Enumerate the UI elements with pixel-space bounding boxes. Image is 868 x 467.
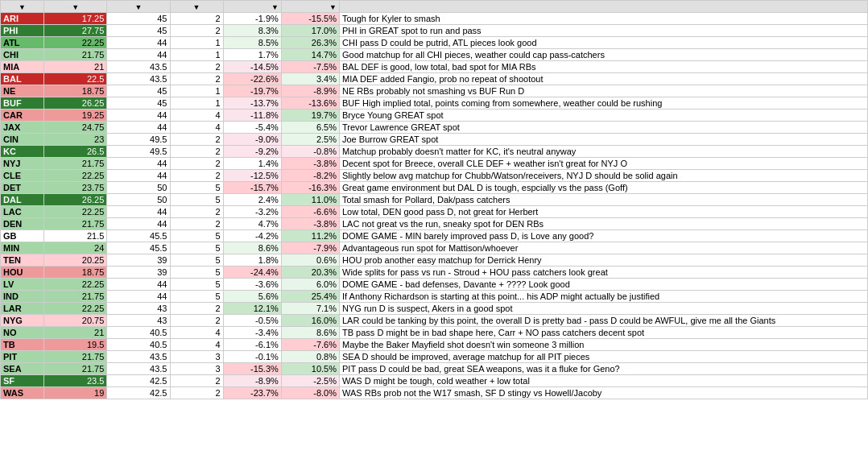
- weather-cell: 1: [170, 97, 223, 110]
- weather-cell: 2: [170, 25, 223, 37]
- ppdvoa-cell: 3.4%: [281, 73, 339, 85]
- prdvoa-cell: -14.5%: [223, 61, 281, 73]
- ppdvoa-header[interactable]: ▼: [281, 1, 339, 13]
- game-total-cell: 42.5: [107, 387, 170, 399]
- team-total-cell: 22.25: [44, 279, 107, 291]
- team-total-cell: 26.5: [44, 146, 107, 158]
- game-total-cell: 43: [107, 303, 170, 315]
- team-cell: PHI: [1, 25, 44, 37]
- takeaway-cell: LAC not great vs the run, sneaky spot fo…: [340, 218, 868, 230]
- weather-cell: 2: [170, 375, 223, 387]
- takeaway-cell: Tough for Kyler to smash: [340, 13, 868, 25]
- team-cell: MIA: [1, 61, 44, 73]
- weather-cell: 3: [170, 363, 223, 375]
- team-total-cell: 21.75: [44, 158, 107, 170]
- prdvoa-cell: 5.6%: [223, 291, 281, 303]
- team-total-cell: 26.25: [44, 194, 107, 206]
- team-cell: IND: [1, 291, 44, 303]
- takeaway-cell: Matchup probably doesn't matter for KC, …: [340, 146, 868, 158]
- table-row: LAR 22.25 43 2 12.1% 7.1% NYG run D is s…: [1, 303, 868, 315]
- weather-cell: 4: [170, 327, 223, 339]
- team-total-cell: 22.25: [44, 206, 107, 218]
- team-total-cell: 19: [44, 387, 107, 399]
- team-header[interactable]: ▼: [1, 1, 44, 13]
- table-row: IND 21.75 44 5 5.6% 25.4% If Anthony Ric…: [1, 291, 868, 303]
- weather-cell: 2: [170, 146, 223, 158]
- table-row: LAC 22.25 44 2 -3.2% -6.6% Low total, DE…: [1, 206, 868, 218]
- prdvoa-cell: -3.4%: [223, 327, 281, 339]
- ppdvoa-cell: -7.9%: [281, 242, 339, 254]
- ppdvoa-cell: 8.6%: [281, 327, 339, 339]
- ppdvoa-cell: -3.8%: [281, 218, 339, 230]
- weather-header[interactable]: ▼: [170, 1, 223, 13]
- ppdvoa-cell: 6.5%: [281, 122, 339, 134]
- team-total-cell: 21: [44, 61, 107, 73]
- game-total-cell: 40.5: [107, 327, 170, 339]
- prdvoa-cell: 8.6%: [223, 242, 281, 254]
- takeaway-cell: BAL DEF is good, low total, bad spot for…: [340, 61, 868, 73]
- table-row: SEA 21.75 43.5 3 -15.3% 10.5% PIT pass D…: [1, 363, 868, 375]
- game-total-cell: 44: [107, 279, 170, 291]
- ppdvoa-cell: 25.4%: [281, 291, 339, 303]
- actionable-header: [340, 1, 868, 13]
- table-row: CAR 19.25 44 4 -11.8% 19.7% Bryce Young …: [1, 110, 868, 122]
- table-row: PHI 27.75 45 2 8.3% 17.0% PHI in GREAT s…: [1, 25, 868, 37]
- team-cell: NYJ: [1, 158, 44, 170]
- game-total-cell: 40.5: [107, 339, 170, 351]
- prdvoa-header[interactable]: ▼: [223, 1, 281, 13]
- game-total-cell: 43.5: [107, 363, 170, 375]
- weather-cell: 3: [170, 351, 223, 363]
- team-total-cell: 24.75: [44, 122, 107, 134]
- table-row: KC 26.5 49.5 2 -9.2% -0.8% Matchup proba…: [1, 146, 868, 158]
- takeaway-cell: CHI pass D could be putrid, ATL pieces l…: [340, 37, 868, 49]
- ppdvoa-cell: -7.5%: [281, 61, 339, 73]
- takeaway-cell: LAR could be tanking by this point, the …: [340, 315, 868, 327]
- weather-cell: 2: [170, 13, 223, 25]
- team-cell: DET: [1, 182, 44, 194]
- weather-cell: 2: [170, 303, 223, 315]
- team-total-cell: 22.25: [44, 170, 107, 182]
- prdvoa-cell: -0.1%: [223, 351, 281, 363]
- team-cell: LAR: [1, 303, 44, 315]
- weather-cell: 1: [170, 37, 223, 49]
- team-total-header[interactable]: ▼: [44, 1, 107, 13]
- ppdvoa-cell: 19.7%: [281, 110, 339, 122]
- team-cell: WAS: [1, 387, 44, 399]
- weather-cell: 4: [170, 339, 223, 351]
- team-total-cell: 23.5: [44, 375, 107, 387]
- takeaway-cell: MIA DEF added Fangio, prob no repeat of …: [340, 73, 868, 85]
- game-total-cell: 44: [107, 158, 170, 170]
- game-total-cell: 44: [107, 170, 170, 182]
- team-total-cell: 20.25: [44, 254, 107, 267]
- game-total-cell: 39: [107, 254, 170, 267]
- prdvoa-cell: -5.4%: [223, 122, 281, 134]
- game-total-cell: 45: [107, 85, 170, 97]
- table-row: NYG 20.75 43 2 -0.5% 16.0% LAR could be …: [1, 315, 868, 327]
- ppdvoa-cell: -16.3%: [281, 182, 339, 194]
- team-total-cell: 21.5: [44, 230, 107, 242]
- game-total-cell: 45: [107, 13, 170, 25]
- team-cell: HOU: [1, 267, 44, 279]
- game-total-cell: 44: [107, 122, 170, 134]
- table-row: TEN 20.25 39 5 1.8% 0.6% HOU prob anothe…: [1, 254, 868, 267]
- ppdvoa-cell: 16.0%: [281, 315, 339, 327]
- table-row: MIN 24 45.5 5 8.6% -7.9% Advantageous ru…: [1, 242, 868, 254]
- weather-cell: 5: [170, 182, 223, 194]
- ppdvoa-cell: -2.5%: [281, 375, 339, 387]
- game-total-cell: 45.5: [107, 242, 170, 254]
- game-total-cell: 44: [107, 49, 170, 61]
- game-total-cell: 44: [107, 291, 170, 303]
- weather-cell: 5: [170, 291, 223, 303]
- prdvoa-cell: 1.4%: [223, 158, 281, 170]
- team-cell: GB: [1, 230, 44, 242]
- table-row: LV 22.25 44 5 -3.6% 6.0% DOME GAME - bad…: [1, 279, 868, 291]
- game-total-cell: 44: [107, 37, 170, 49]
- game-total-cell: 50: [107, 194, 170, 206]
- prdvoa-cell: -1.9%: [223, 13, 281, 25]
- takeaway-cell: BUF High implied total, points coming fr…: [340, 97, 868, 110]
- table-row: WAS 19 42.5 2 -23.7% -8.0% WAS RBs prob …: [1, 387, 868, 399]
- table-row: JAX 24.75 44 4 -5.4% 6.5% Trevor Lawrenc…: [1, 122, 868, 134]
- team-cell: CHI: [1, 49, 44, 61]
- game-total-header[interactable]: ▼: [107, 1, 170, 13]
- prdvoa-cell: 12.1%: [223, 303, 281, 315]
